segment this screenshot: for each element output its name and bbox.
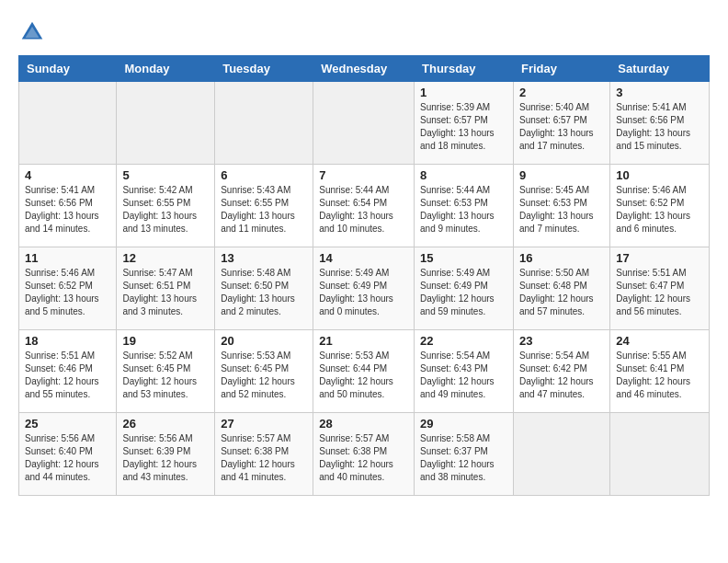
day-cell: 16Sunrise: 5:50 AM Sunset: 6:48 PM Dayli…	[513, 247, 609, 330]
day-info: Sunrise: 5:54 AM Sunset: 6:42 PM Dayligh…	[519, 350, 604, 401]
day-info: Sunrise: 5:57 AM Sunset: 6:38 PM Dayligh…	[319, 432, 408, 484]
header-cell-sunday: Sunday	[19, 56, 117, 82]
day-cell: 13Sunrise: 5:48 AM Sunset: 6:50 PM Dayli…	[215, 247, 313, 330]
header-cell-saturday: Saturday	[610, 56, 710, 82]
day-info: Sunrise: 5:44 AM Sunset: 6:53 PM Dayligh…	[420, 184, 507, 236]
week-row-5: 25Sunrise: 5:56 AM Sunset: 6:40 PM Dayli…	[19, 413, 710, 496]
day-cell: 22Sunrise: 5:54 AM Sunset: 6:43 PM Dayli…	[415, 330, 514, 413]
day-cell	[117, 82, 215, 165]
day-info: Sunrise: 5:47 AM Sunset: 6:51 PM Dayligh…	[122, 267, 209, 318]
day-number: 23	[519, 334, 604, 348]
day-number: 24	[616, 334, 703, 348]
day-number: 4	[25, 168, 110, 182]
day-cell: 29Sunrise: 5:58 AM Sunset: 6:37 PM Dayli…	[415, 413, 514, 496]
week-row-3: 11Sunrise: 5:46 AM Sunset: 6:52 PM Dayli…	[19, 247, 710, 330]
day-number: 9	[519, 168, 604, 182]
day-number: 12	[122, 251, 209, 265]
day-info: Sunrise: 5:46 AM Sunset: 6:52 PM Dayligh…	[25, 267, 110, 318]
day-cell: 18Sunrise: 5:51 AM Sunset: 6:46 PM Dayli…	[19, 330, 117, 413]
day-cell: 17Sunrise: 5:51 AM Sunset: 6:47 PM Dayli…	[610, 247, 710, 330]
day-number: 20	[221, 334, 307, 348]
day-info: Sunrise: 5:55 AM Sunset: 6:41 PM Dayligh…	[616, 350, 703, 401]
header-cell-friday: Friday	[513, 56, 609, 82]
day-number: 21	[319, 334, 408, 348]
week-row-1: 1Sunrise: 5:39 AM Sunset: 6:57 PM Daylig…	[19, 82, 710, 165]
day-number: 7	[319, 168, 408, 182]
day-cell: 26Sunrise: 5:56 AM Sunset: 6:39 PM Dayli…	[117, 413, 215, 496]
day-info: Sunrise: 5:56 AM Sunset: 6:39 PM Dayligh…	[122, 432, 209, 484]
calendar-header: SundayMondayTuesdayWednesdayThursdayFrid…	[19, 56, 710, 82]
day-cell: 5Sunrise: 5:42 AM Sunset: 6:55 PM Daylig…	[117, 165, 215, 247]
day-number: 8	[420, 168, 507, 182]
day-number: 3	[616, 86, 703, 99]
day-info: Sunrise: 5:43 AM Sunset: 6:55 PM Dayligh…	[221, 184, 307, 236]
day-cell: 4Sunrise: 5:41 AM Sunset: 6:56 PM Daylig…	[19, 165, 117, 247]
day-cell	[19, 82, 117, 165]
day-number: 10	[616, 168, 703, 182]
logo-icon	[18, 18, 46, 46]
day-number: 1	[420, 86, 507, 99]
day-info: Sunrise: 5:45 AM Sunset: 6:53 PM Dayligh…	[519, 184, 604, 236]
day-info: Sunrise: 5:50 AM Sunset: 6:48 PM Dayligh…	[519, 267, 604, 318]
header-row: SundayMondayTuesdayWednesdayThursdayFrid…	[19, 56, 710, 82]
day-number: 18	[25, 334, 110, 348]
day-cell	[313, 82, 415, 165]
day-number: 6	[221, 168, 307, 182]
day-info: Sunrise: 5:42 AM Sunset: 6:55 PM Dayligh…	[122, 184, 209, 236]
logo	[18, 18, 50, 46]
day-info: Sunrise: 5:49 AM Sunset: 6:49 PM Dayligh…	[319, 267, 408, 318]
day-info: Sunrise: 5:52 AM Sunset: 6:45 PM Dayligh…	[122, 350, 209, 401]
day-cell	[215, 82, 313, 165]
day-cell: 19Sunrise: 5:52 AM Sunset: 6:45 PM Dayli…	[117, 330, 215, 413]
header-cell-tuesday: Tuesday	[215, 56, 313, 82]
header-cell-monday: Monday	[117, 56, 215, 82]
day-number: 2	[519, 86, 604, 99]
day-info: Sunrise: 5:40 AM Sunset: 6:57 PM Dayligh…	[519, 101, 604, 153]
day-cell	[610, 413, 710, 496]
day-info: Sunrise: 5:51 AM Sunset: 6:46 PM Dayligh…	[25, 350, 110, 401]
day-number: 11	[25, 251, 110, 265]
day-number: 22	[420, 334, 507, 348]
day-cell: 6Sunrise: 5:43 AM Sunset: 6:55 PM Daylig…	[215, 165, 313, 247]
day-cell: 8Sunrise: 5:44 AM Sunset: 6:53 PM Daylig…	[415, 165, 514, 247]
day-number: 14	[319, 251, 408, 265]
day-cell: 3Sunrise: 5:41 AM Sunset: 6:56 PM Daylig…	[610, 82, 710, 165]
day-number: 28	[319, 417, 408, 431]
day-info: Sunrise: 5:48 AM Sunset: 6:50 PM Dayligh…	[221, 267, 307, 318]
day-info: Sunrise: 5:53 AM Sunset: 6:45 PM Dayligh…	[221, 350, 307, 401]
day-info: Sunrise: 5:41 AM Sunset: 6:56 PM Dayligh…	[616, 101, 703, 153]
day-info: Sunrise: 5:44 AM Sunset: 6:54 PM Dayligh…	[319, 184, 408, 236]
day-cell	[513, 413, 609, 496]
header-cell-wednesday: Wednesday	[313, 56, 415, 82]
day-cell: 2Sunrise: 5:40 AM Sunset: 6:57 PM Daylig…	[513, 82, 609, 165]
day-info: Sunrise: 5:49 AM Sunset: 6:49 PM Dayligh…	[420, 267, 507, 318]
day-cell: 10Sunrise: 5:46 AM Sunset: 6:52 PM Dayli…	[610, 165, 710, 247]
day-info: Sunrise: 5:53 AM Sunset: 6:44 PM Dayligh…	[319, 350, 408, 401]
day-cell: 20Sunrise: 5:53 AM Sunset: 6:45 PM Dayli…	[215, 330, 313, 413]
day-number: 26	[122, 417, 209, 431]
day-cell: 1Sunrise: 5:39 AM Sunset: 6:57 PM Daylig…	[415, 82, 514, 165]
day-cell: 24Sunrise: 5:55 AM Sunset: 6:41 PM Dayli…	[610, 330, 710, 413]
day-info: Sunrise: 5:46 AM Sunset: 6:52 PM Dayligh…	[616, 184, 703, 236]
day-cell: 15Sunrise: 5:49 AM Sunset: 6:49 PM Dayli…	[415, 247, 514, 330]
day-cell: 11Sunrise: 5:46 AM Sunset: 6:52 PM Dayli…	[19, 247, 117, 330]
day-info: Sunrise: 5:57 AM Sunset: 6:38 PM Dayligh…	[221, 432, 307, 484]
day-number: 15	[420, 251, 507, 265]
day-number: 27	[221, 417, 307, 431]
day-cell: 23Sunrise: 5:54 AM Sunset: 6:42 PM Dayli…	[513, 330, 609, 413]
calendar-body: 1Sunrise: 5:39 AM Sunset: 6:57 PM Daylig…	[19, 82, 710, 496]
day-number: 17	[616, 251, 703, 265]
calendar-table: SundayMondayTuesdayWednesdayThursdayFrid…	[18, 55, 710, 496]
day-cell: 25Sunrise: 5:56 AM Sunset: 6:40 PM Dayli…	[19, 413, 117, 496]
day-cell: 27Sunrise: 5:57 AM Sunset: 6:38 PM Dayli…	[215, 413, 313, 496]
page-header	[18, 18, 710, 46]
day-cell: 21Sunrise: 5:53 AM Sunset: 6:44 PM Dayli…	[313, 330, 415, 413]
day-info: Sunrise: 5:58 AM Sunset: 6:37 PM Dayligh…	[420, 432, 507, 484]
day-number: 13	[221, 251, 307, 265]
day-number: 5	[122, 168, 209, 182]
day-number: 25	[25, 417, 110, 431]
day-cell: 14Sunrise: 5:49 AM Sunset: 6:49 PM Dayli…	[313, 247, 415, 330]
day-info: Sunrise: 5:56 AM Sunset: 6:40 PM Dayligh…	[25, 432, 110, 484]
week-row-4: 18Sunrise: 5:51 AM Sunset: 6:46 PM Dayli…	[19, 330, 710, 413]
header-cell-thursday: Thursday	[415, 56, 514, 82]
